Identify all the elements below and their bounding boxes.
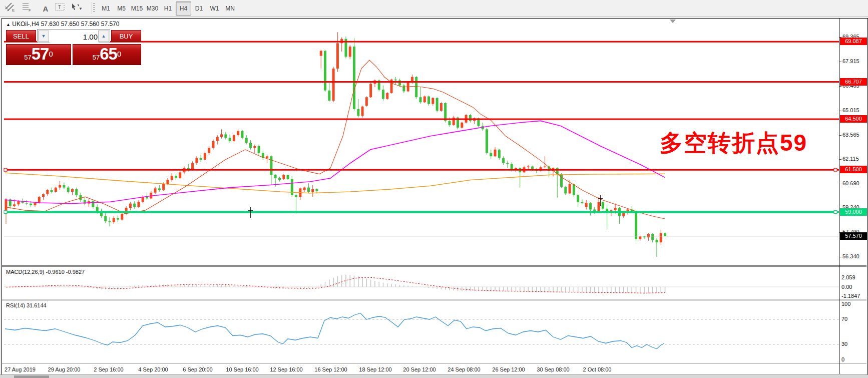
hline-price-tag[interactable]: 64.500 xyxy=(840,115,867,123)
time-axis-label: 20 Sep 12:00 xyxy=(394,366,445,372)
candle-down xyxy=(643,236,646,237)
candle-down xyxy=(581,202,583,203)
candle-down xyxy=(109,221,111,222)
price-tick-mark xyxy=(839,159,841,160)
arrow-objects-icon[interactable]: ▼ xyxy=(70,2,90,16)
macd-signal-line[interactable] xyxy=(6,277,665,293)
rsi-level-label: 70 xyxy=(841,316,847,322)
timeframe-button-mn[interactable]: MN xyxy=(222,2,238,16)
price-tick-mark xyxy=(839,62,841,62)
candle-up xyxy=(253,146,256,148)
candle-down xyxy=(382,90,384,99)
hline-handle[interactable] xyxy=(834,211,837,214)
candle-down xyxy=(560,174,563,187)
hline-price-tag[interactable]: 59.000 xyxy=(840,208,867,216)
candle-up xyxy=(42,194,45,197)
volume-input[interactable] xyxy=(50,30,99,43)
candle-up xyxy=(220,134,223,137)
buy-button[interactable]: BUY xyxy=(111,30,141,42)
candle-up xyxy=(191,163,194,170)
candle-down xyxy=(224,134,227,138)
sell-price-button[interactable]: 57570 xyxy=(6,44,71,65)
candle-up xyxy=(208,148,210,153)
candle-down xyxy=(241,131,243,138)
hline-price-tag[interactable]: 66.707 xyxy=(840,78,867,86)
scroll-anchor-icon[interactable] xyxy=(670,20,676,23)
candle-down xyxy=(353,47,355,109)
time-axis-label: 4 Sep 20:00 xyxy=(128,366,178,372)
candle-up xyxy=(166,180,169,184)
candle-down xyxy=(92,201,94,207)
candle-down xyxy=(324,51,326,90)
label-tool-icon[interactable]: T xyxy=(54,2,70,16)
volume-decrease-button[interactable]: ▼ xyxy=(38,31,49,42)
toolbar-grip[interactable] xyxy=(93,3,95,13)
rsi-label: RSI(14) 31.6144 xyxy=(6,302,47,308)
candle-up xyxy=(639,236,641,239)
quote-close: 57.570 xyxy=(101,21,120,28)
candle-up xyxy=(431,98,434,104)
candle-up xyxy=(647,234,650,237)
candle-down xyxy=(270,156,272,175)
candle-up xyxy=(59,185,61,188)
text-tool-icon[interactable]: A xyxy=(38,2,53,16)
quote-open: 57.630 xyxy=(41,21,60,28)
hline-handle[interactable] xyxy=(834,168,837,171)
candle-up xyxy=(332,69,335,101)
price-axis-line xyxy=(839,19,839,374)
hline-price-tag[interactable]: 61.500 xyxy=(840,166,867,173)
candle-up xyxy=(13,204,16,206)
candle-up xyxy=(266,156,268,158)
timeframe-button-m5[interactable]: M5 xyxy=(114,2,129,16)
timeframe-button-d1[interactable]: D1 xyxy=(191,2,207,16)
fibonacci-grid-icon[interactable]: F xyxy=(21,2,37,16)
timeframe-button-m1[interactable]: M1 xyxy=(98,2,114,16)
price-tick-label: 60.690 xyxy=(842,180,859,186)
candle-down xyxy=(158,188,161,190)
timeframe-button-m30[interactable]: M30 xyxy=(145,2,160,16)
sell-price-sup: 0 xyxy=(49,50,53,58)
hline-price-tag[interactable]: 69.087 xyxy=(840,38,867,45)
candle-down xyxy=(402,86,405,92)
time-axis-label: 2 Sep 16:00 xyxy=(84,366,134,372)
candle-up xyxy=(162,184,165,190)
candle-up xyxy=(233,135,235,141)
timeframe-button-h1[interactable]: H1 xyxy=(160,2,176,16)
timeframe-button-w1[interactable]: W1 xyxy=(207,2,222,16)
hline-handle[interactable] xyxy=(4,168,7,171)
candle-down xyxy=(75,189,78,195)
timeframe-button-m15[interactable]: M15 xyxy=(129,2,145,16)
candle-down xyxy=(511,164,513,170)
rsi-panel-separator[interactable] xyxy=(2,299,866,300)
equidistant-channel-icon[interactable]: E xyxy=(4,2,20,16)
time-axis-label: 6 Sep 20:00 xyxy=(173,366,223,372)
macd-panel-separator[interactable] xyxy=(2,265,866,267)
candle-down xyxy=(30,204,32,205)
sell-button[interactable]: SELL xyxy=(6,30,36,42)
rsi-line[interactable] xyxy=(5,313,664,349)
candle-down xyxy=(117,218,119,219)
hline-handle[interactable] xyxy=(4,211,7,214)
candle-down xyxy=(448,121,451,125)
symbol-arrow-icon[interactable]: ▲ xyxy=(6,22,11,27)
price-tick-label: 67.915 xyxy=(842,58,859,64)
candle-up xyxy=(303,188,306,190)
time-axis-label: 2 Oct 08:00 xyxy=(572,366,622,372)
price-tick-mark xyxy=(839,111,841,111)
rsi-level-label: 0 xyxy=(841,356,844,362)
candle-down xyxy=(564,187,567,193)
svg-text:F: F xyxy=(29,8,31,12)
candle-down xyxy=(63,185,65,188)
buy-price-sup: 0 xyxy=(117,50,121,58)
candle-up xyxy=(365,97,368,106)
buy-price-button[interactable]: 57650 xyxy=(73,44,141,65)
volume-increase-button[interactable]: ▲ xyxy=(98,31,109,42)
candle-up xyxy=(461,123,463,128)
timeframe-button-h4[interactable]: H4 xyxy=(176,2,191,16)
sell-price-int: 57 xyxy=(24,54,31,61)
time-axis-label: 29 Aug 20:00 xyxy=(39,366,89,372)
candle-down xyxy=(419,97,422,102)
price-tick-label: 62.115 xyxy=(842,156,859,162)
time-axis-label: 27 Aug 2019 xyxy=(0,366,45,372)
candle-up xyxy=(55,188,57,192)
